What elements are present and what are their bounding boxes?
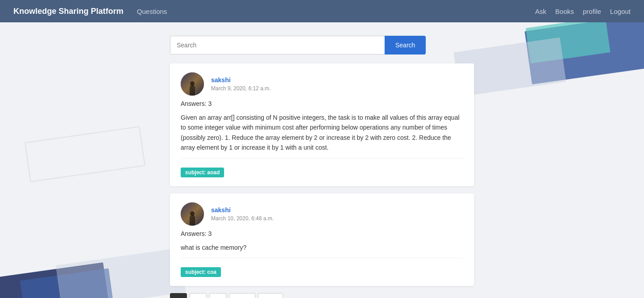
avatar	[181, 202, 204, 226]
search-button[interactable]: Search	[385, 36, 426, 55]
last-button[interactable]: Last	[258, 293, 283, 298]
card-answers-count: Answers: 3	[181, 230, 463, 237]
card-date: March 10, 2020, 6:48 a.m.	[211, 215, 274, 222]
search-input[interactable]	[170, 36, 385, 55]
navbar: Knowledge Sharing Platform Questions Ask…	[0, 0, 644, 22]
questions-list: sakshi March 9, 2020, 6:12 a.m. Answers:…	[170, 63, 474, 286]
card-author[interactable]: sakshi	[211, 76, 271, 84]
logout-link[interactable]: Logout	[610, 8, 631, 15]
navbar-brand: Knowledge Sharing Platform	[13, 7, 123, 16]
main-content: Search sakshi March 9, 2020, 6:12 a.m. A…	[161, 22, 483, 298]
next-button[interactable]: Next	[229, 293, 255, 298]
books-link[interactable]: Books	[555, 8, 574, 15]
page-button-3[interactable]: 3	[209, 293, 226, 298]
question-card: sakshi March 9, 2020, 6:12 a.m. Answers:…	[170, 63, 474, 186]
card-header: sakshi March 10, 2020, 6:48 a.m.	[181, 202, 463, 226]
card-tag[interactable]: subject: aoad	[181, 168, 224, 177]
card-answers-count: Answers: 3	[181, 100, 463, 107]
page-button-1[interactable]: 1	[170, 293, 187, 298]
card-meta: sakshi March 9, 2020, 6:12 a.m.	[211, 76, 271, 92]
question-card: sakshi March 10, 2020, 6:48 a.m. Answers…	[170, 193, 474, 286]
card-header: sakshi March 9, 2020, 6:12 a.m.	[181, 72, 463, 96]
page-button-2[interactable]: 2	[190, 293, 207, 298]
navbar-right: AskBooksprofileLogout	[535, 8, 631, 15]
questions-link[interactable]: Questions	[137, 8, 167, 15]
card-tag[interactable]: subject: coa	[181, 267, 221, 277]
pagination: 123NextLast	[170, 293, 474, 298]
search-bar: Search	[170, 36, 474, 55]
card-author[interactable]: sakshi	[211, 206, 274, 214]
profile-link[interactable]: profile	[583, 8, 601, 15]
card-body: Given an array arr[] consisting of N pos…	[181, 113, 463, 159]
ask-link[interactable]: Ask	[535, 8, 547, 15]
card-body: what is cache memory?	[181, 243, 463, 258]
avatar	[181, 72, 204, 96]
card-date: March 9, 2020, 6:12 a.m.	[211, 85, 271, 92]
card-meta: sakshi March 10, 2020, 6:48 a.m.	[211, 206, 274, 222]
